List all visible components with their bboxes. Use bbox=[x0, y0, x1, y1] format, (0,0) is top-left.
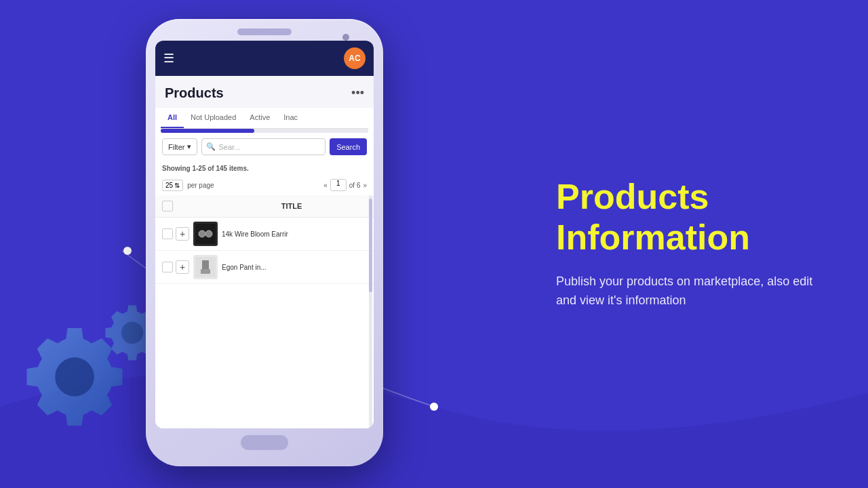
tab-inactive[interactable]: Inac bbox=[277, 108, 304, 128]
filter-label: Filter bbox=[168, 143, 184, 151]
search-button[interactable]: Search bbox=[330, 138, 367, 155]
showing-items: items. bbox=[227, 165, 249, 172]
last-page-button[interactable]: » bbox=[363, 182, 367, 189]
svg-point-6 bbox=[205, 230, 212, 237]
gear-decoration bbox=[20, 323, 129, 434]
select-all-checkbox[interactable] bbox=[162, 201, 173, 211]
table-row: + 14k Wire Bloom Earrir bbox=[155, 218, 374, 251]
right-panel: Products Information Publish your produc… bbox=[556, 177, 814, 310]
tab-scroll-indicator bbox=[161, 129, 368, 133]
app-header: ☰ AC bbox=[155, 41, 374, 76]
table-row: + Egon Pant in... bbox=[155, 251, 374, 284]
total-pages: of 6 bbox=[349, 182, 361, 189]
tab-all[interactable]: All bbox=[161, 108, 184, 128]
first-page-button[interactable]: « bbox=[323, 182, 328, 189]
showing-count: 145 bbox=[216, 165, 227, 172]
table-area: TITLE + bbox=[155, 195, 374, 428]
showing-range: 1-25 bbox=[192, 165, 205, 172]
phone-home-button[interactable] bbox=[241, 435, 288, 450]
scrollbar-track[interactable] bbox=[369, 195, 372, 428]
tab-active[interactable]: Active bbox=[243, 108, 277, 128]
row-checkbox[interactable] bbox=[162, 262, 173, 272]
description-text: Publish your products on marketplace, al… bbox=[556, 272, 814, 311]
pagination-row: 25 ⇅ per page « 1 of 6 » bbox=[155, 176, 374, 195]
showing-row: Showing 1-25 of 145 items. bbox=[155, 161, 374, 176]
tabs-area: All Not Uploaded Active Inac bbox=[155, 108, 374, 133]
search-icon: 🔍 bbox=[206, 142, 216, 151]
svg-point-5 bbox=[199, 230, 205, 237]
search-input-wrap[interactable]: 🔍 Sear... bbox=[201, 138, 326, 155]
hamburger-icon[interactable]: ☰ bbox=[163, 51, 174, 66]
scrollbar-thumb bbox=[369, 199, 372, 292]
tab-scroll-thumb bbox=[161, 129, 254, 133]
svg-point-1 bbox=[430, 403, 438, 411]
phone-mockup: ☰ AC Products ••• All Not Uploaded Activ… bbox=[146, 19, 383, 466]
svg-point-2 bbox=[55, 357, 94, 396]
phone-screen: ☰ AC Products ••• All Not Uploaded Activ… bbox=[155, 41, 374, 428]
product-name: Egon Pant in... bbox=[222, 264, 367, 271]
search-area: Filter ▾ 🔍 Sear... Search bbox=[155, 133, 374, 161]
heading-line2: Information bbox=[556, 218, 814, 258]
per-page-label: per page bbox=[187, 182, 214, 189]
showing-of: of bbox=[205, 165, 216, 172]
search-placeholder: Sear... bbox=[218, 143, 240, 151]
phone-speaker bbox=[237, 28, 292, 35]
screen-body: Products ••• All Not Uploaded Active Ina… bbox=[155, 76, 374, 428]
per-page-arrows: ⇅ bbox=[174, 182, 180, 189]
table-header: TITLE bbox=[155, 195, 374, 218]
heading-line1: Products bbox=[556, 177, 814, 218]
main-heading: Products Information bbox=[556, 177, 814, 258]
filter-button[interactable]: Filter ▾ bbox=[162, 138, 197, 155]
per-page-value: 25 bbox=[165, 182, 173, 189]
tabs-row: All Not Uploaded Active Inac bbox=[161, 108, 368, 129]
tab-not-uploaded[interactable]: Not Uploaded bbox=[184, 108, 243, 128]
row-add-button[interactable]: + bbox=[176, 260, 189, 274]
row-add-button[interactable]: + bbox=[176, 227, 189, 241]
current-page-input[interactable]: 1 bbox=[330, 179, 347, 191]
phone-camera bbox=[342, 34, 349, 41]
svg-point-3 bbox=[121, 322, 143, 344]
svg-point-0 bbox=[123, 247, 132, 255]
user-avatar[interactable]: AC bbox=[344, 47, 366, 69]
svg-rect-9 bbox=[201, 269, 210, 274]
row-checkbox[interactable] bbox=[162, 228, 173, 239]
more-options-icon[interactable]: ••• bbox=[351, 86, 364, 100]
title-column-header: TITLE bbox=[216, 202, 367, 210]
per-page-select[interactable]: 25 ⇅ bbox=[162, 180, 183, 191]
page-nav: « 1 of 6 » bbox=[323, 179, 367, 191]
showing-text: Showing bbox=[162, 165, 192, 172]
product-thumbnail bbox=[193, 222, 218, 246]
products-title: Products bbox=[165, 85, 224, 101]
products-header: Products ••• bbox=[155, 76, 374, 108]
product-name: 14k Wire Bloom Earrir bbox=[222, 230, 367, 238]
chevron-down-icon: ▾ bbox=[187, 142, 191, 151]
product-thumbnail bbox=[193, 255, 218, 279]
